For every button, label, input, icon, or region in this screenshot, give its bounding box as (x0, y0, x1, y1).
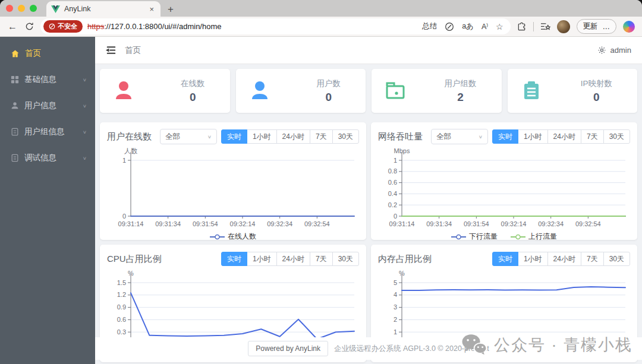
address-bar[interactable]: 不安全 https://127.0.0.1:8800/ui/#/admin/ho… (40, 18, 511, 34)
chart-area: Mbps10.80.60.40.2009:31:1409:31:3409:31:… (378, 146, 630, 240)
powered-by-link[interactable]: Powered by AnyLink (248, 341, 328, 356)
range-button-0[interactable]: 实时 (492, 129, 518, 144)
divider (533, 22, 534, 31)
chevron-down-icon: ∨ (83, 129, 87, 135)
range-button-3[interactable]: 7天 (310, 252, 333, 266)
gear-icon[interactable] (597, 46, 606, 55)
svg-text:09:32:34: 09:32:34 (538, 220, 564, 227)
range-button-4[interactable]: 30天 (332, 129, 359, 144)
blocked-icon (49, 23, 55, 30)
range-button-group: 实时1小时24小时7天30天 (492, 129, 630, 144)
svg-text:0.8: 0.8 (388, 167, 397, 175)
copilot-icon[interactable] (623, 21, 635, 33)
range-button-0[interactable]: 实时 (221, 252, 247, 266)
collapse-menu-icon[interactable] (106, 46, 117, 55)
svg-text:0: 0 (394, 213, 397, 220)
tab-strip: AnyLink × + (0, 0, 642, 17)
svg-text:3: 3 (394, 303, 397, 311)
refresh-icon[interactable] (24, 21, 34, 32)
range-button-1[interactable]: 1小时 (247, 252, 277, 266)
chart-title: 用户在线数 (107, 131, 152, 143)
svg-text:09:31:54: 09:31:54 (193, 220, 218, 227)
stat-card-ip-mappings: IP映射数0 (508, 69, 638, 113)
stat-card-online: 在线数0 (100, 69, 230, 113)
zoom-window-button[interactable] (30, 5, 37, 12)
chart-title: 内存占用比例 (378, 254, 432, 265)
svg-text:09:31:14: 09:31:14 (118, 220, 144, 227)
line-chart-svg: 人数1009:31:1409:31:3409:31:5409:32:1409:3… (107, 146, 359, 229)
range-button-1[interactable]: 1小时 (518, 129, 548, 144)
close-window-button[interactable] (6, 5, 13, 12)
line-chart-svg: Mbps10.80.60.40.2009:31:1409:31:3409:31:… (378, 146, 630, 229)
svg-text:0.9: 0.9 (117, 303, 126, 311)
favorite-star-icon[interactable]: ☆ (496, 22, 503, 31)
range-button-1[interactable]: 1小时 (247, 129, 277, 144)
range-button-2[interactable]: 24小时 (276, 129, 310, 144)
sidebar-item-user-info[interactable]: 用户信息 ∨ (0, 93, 95, 119)
update-browser-button[interactable]: 更新 … (577, 19, 617, 34)
svg-text:1: 1 (394, 328, 397, 335)
svg-text:09:31:34: 09:31:34 (155, 220, 181, 227)
range-button-0[interactable]: 实时 (221, 129, 247, 144)
not-secure-badge[interactable]: 不安全 (43, 20, 83, 33)
browser-tab[interactable]: AnyLink × (46, 1, 160, 17)
svg-text:09:32:14: 09:32:14 (230, 220, 256, 227)
range-button-2[interactable]: 24小时 (276, 252, 310, 266)
minimize-window-button[interactable] (18, 5, 25, 12)
traffic-lights (6, 0, 37, 17)
range-button-3[interactable]: 7天 (581, 129, 604, 144)
legend-item[interactable]: 下行流量 (451, 232, 498, 240)
svg-text:09:31:54: 09:31:54 (464, 220, 489, 227)
browser-toolbar: ← 不安全 https://127.0.0.1:8800/ui/#/admin/… (0, 17, 642, 37)
range-button-3[interactable]: 7天 (581, 252, 604, 266)
compose-icon[interactable] (445, 22, 454, 31)
sidebar-item-home[interactable]: 首页 (0, 40, 95, 67)
folder-icon (383, 79, 407, 103)
favorites-bar-icon[interactable] (540, 22, 550, 31)
legend-item[interactable]: 在线人数 (210, 232, 256, 240)
vue-favicon-icon (51, 5, 60, 13)
range-select[interactable]: 全部∨ (160, 129, 217, 144)
back-icon[interactable]: ← (7, 21, 18, 32)
breadcrumb: 首页 (125, 45, 141, 56)
sidebar-item-basic-info[interactable]: 基础信息 ∨ (0, 67, 95, 93)
extensions-icon[interactable] (517, 21, 527, 31)
svg-text:1.2: 1.2 (117, 291, 126, 298)
username[interactable]: admin (610, 46, 631, 55)
range-button-4[interactable]: 30天 (332, 252, 359, 266)
svg-text:0.4: 0.4 (388, 190, 397, 197)
stat-card-user-groups: 用户组数2 (372, 69, 502, 113)
sidebar-item-debug-info[interactable]: 调试信息 ∨ (0, 145, 95, 171)
sidebar-item-user-group-info[interactable]: 用户组信息 ∨ (0, 119, 95, 145)
range-select[interactable]: 全部∨ (431, 129, 488, 144)
chart-legend: 在线人数 (107, 232, 359, 240)
more-icon[interactable]: … (603, 23, 610, 31)
range-button-1[interactable]: 1小时 (518, 252, 548, 266)
dashboard-content: 在线数0 用户数0 用户组数2 IP映射数0 (95, 64, 642, 364)
translate-icon[interactable]: aあ (462, 21, 474, 31)
range-button-3[interactable]: 7天 (310, 129, 333, 144)
summarize-button[interactable]: 总结 (422, 21, 437, 31)
new-tab-button[interactable]: + (168, 4, 174, 14)
chevron-down-icon: ∨ (479, 134, 483, 140)
stat-card-users: 用户数0 (236, 69, 366, 113)
svg-text:2: 2 (394, 316, 397, 323)
range-button-2[interactable]: 24小时 (547, 129, 581, 144)
read-aloud-icon[interactable]: A) (482, 22, 488, 31)
range-button-0[interactable]: 实时 (492, 252, 518, 266)
legend-item[interactable]: 上行流量 (511, 232, 557, 240)
svg-text:4: 4 (394, 291, 397, 298)
close-tab-icon[interactable]: × (147, 5, 156, 14)
url-text: https://127.0.0.1:8800/ui/#/admin/home (87, 22, 417, 31)
range-button-4[interactable]: 30天 (603, 252, 630, 266)
profile-avatar[interactable] (557, 20, 570, 33)
range-button-4[interactable]: 30天 (603, 129, 630, 144)
document-icon (11, 128, 19, 136)
svg-text:09:31:14: 09:31:14 (389, 220, 415, 227)
chart-area: 人数1009:31:1409:31:3409:31:5409:32:1409:3… (107, 146, 359, 240)
app-header: 首页 admin (95, 37, 642, 64)
chevron-down-icon: ∨ (83, 156, 87, 161)
svg-text:5: 5 (394, 279, 397, 286)
user-icon (11, 102, 19, 110)
range-button-2[interactable]: 24小时 (547, 252, 581, 266)
